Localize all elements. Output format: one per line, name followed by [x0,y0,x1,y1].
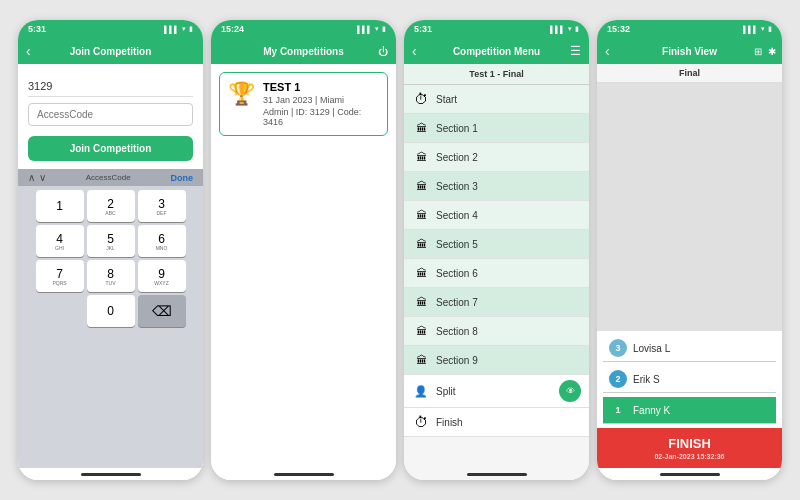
eye-button[interactable]: 👁 [559,380,581,402]
key-2[interactable]: 2ABC [87,190,135,222]
menu-label-split: Split [436,386,455,397]
key-empty [36,295,84,327]
join-competition-button[interactable]: Join Competition [28,136,193,161]
menu-label-section2: Section 2 [436,152,478,163]
key-6[interactable]: 6MNO [138,225,186,257]
menu-item-finish[interactable]: ⏱ Finish [404,408,589,437]
menu-label-section5: Section 5 [436,239,478,250]
key-8[interactable]: 8TUV [87,260,135,292]
section8-icon: 🏛 [412,322,430,340]
home-bar-3 [467,473,527,476]
competition-name: TEST 1 [263,81,379,93]
nav-title-4: Finish View [662,46,717,57]
keyboard-area: ∧ ∨ AccessCode Done 1 2ABC 3DEF 4GHI 5JK… [18,169,203,468]
back-button-4[interactable]: ‹ [605,43,610,59]
key-1[interactable]: 1 [36,190,84,222]
menu-item-section5[interactable]: 🏛 Section 5 [404,230,589,259]
status-bar-2: 15:24 ▌▌▌ ▾ ▮ [211,20,396,38]
key-3[interactable]: 3DEF [138,190,186,222]
finish-timestamp: 02-Jan-2023 15:32:36 [605,453,774,460]
arrow-up-icon[interactable]: ∧ [28,172,35,183]
split-icon: 👤 [412,382,430,400]
menu-item-split[interactable]: 👤 Split 👁 [404,375,589,408]
finish-section-header: Final [597,64,782,83]
status-time-4: 15:32 [607,24,630,34]
back-button-3[interactable]: ‹ [412,43,417,59]
competition-info: TEST 1 31 Jan 2023 | Miami Admin | ID: 3… [263,81,379,127]
arrow-down-icon[interactable]: ∨ [39,172,46,183]
rank-2-badge: 2 [609,370,627,388]
phone4-finish-view: 15:32 ▌▌▌ ▾ ▮ ‹ Finish View ⊞ ✱ Final 3 … [597,20,782,480]
grid-icon[interactable]: ⊞ [754,46,762,57]
home-indicator-1 [18,468,203,480]
nav-title-2: My Competitions [263,46,344,57]
access-code-input[interactable] [28,103,193,126]
key-row-1: 1 2ABC 3DEF [21,190,200,222]
finish-btn-label: FINISH [668,436,711,451]
menu-item-section2[interactable]: 🏛 Section 2 [404,143,589,172]
battery-icon-2: ▮ [382,25,386,33]
back-button-1[interactable]: ‹ [26,43,31,59]
nav-title-1: Join Competition [70,46,152,57]
keyboard-arrows[interactable]: ∧ ∨ [28,172,46,183]
menu-label-section7: Section 7 [436,297,478,308]
section4-icon: 🏛 [412,206,430,224]
phone2-my-competitions: 15:24 ▌▌▌ ▾ ▮ My Competitions ⏻ 🏆 TEST 1… [211,20,396,480]
key-row-4: 0 ⌫ [21,295,200,327]
status-bar-1: 5:31 ▌▌▌ ▾ ▮ [18,20,203,38]
home-bar-2 [274,473,334,476]
podium-item-1st: 1 Fanny K [603,397,776,424]
menu-item-section1[interactable]: 🏛 Section 1 [404,114,589,143]
menu-label-section6: Section 6 [436,268,478,279]
menu-label-section4: Section 4 [436,210,478,221]
key-5[interactable]: 5JKL [87,225,135,257]
phone3-body: Test 1 - Final ⏱ Start 🏛 Section 1 🏛 Sec… [404,64,589,468]
battery-icon-3: ▮ [575,25,579,33]
menu-item-section7[interactable]: 🏛 Section 7 [404,288,589,317]
home-indicator-3 [404,468,589,480]
nav-bar-1: ‹ Join Competition [18,38,203,64]
status-time-1: 5:31 [28,24,46,34]
section5-icon: 🏛 [412,235,430,253]
nav-bar-2: My Competitions ⏻ [211,38,396,64]
competition-meta: Admin | ID: 3129 | Code: 3416 [263,107,379,127]
finish-button[interactable]: FINISH 02-Jan-2023 15:32:36 [597,428,782,468]
key-7[interactable]: 7PQRS [36,260,84,292]
menu-item-start[interactable]: ⏱ Start [404,85,589,114]
section3-icon: 🏛 [412,177,430,195]
phone1-body: 3129 Join Competition ∧ ∨ AccessCode Don… [18,64,203,468]
menu-item-section3[interactable]: 🏛 Section 3 [404,172,589,201]
podium-name-3rd: Lovisa L [633,343,670,354]
key-9[interactable]: 9WXYZ [138,260,186,292]
podium-list: 3 Lovisa L 2 Erik S 1 Fanny K [597,331,782,428]
section6-icon: 🏛 [412,264,430,282]
menu-label-section8: Section 8 [436,326,478,337]
key-0[interactable]: 0 [87,295,135,327]
podium-item-2nd: 2 Erik S [603,366,776,393]
power-icon[interactable]: ⏻ [378,46,388,57]
bluetooth-icon[interactable]: ✱ [768,46,776,57]
backspace-key[interactable]: ⌫ [138,295,186,327]
keyboard-label: AccessCode [86,173,131,182]
hamburger-icon[interactable]: ☰ [570,44,581,58]
key-4[interactable]: 4GHI [36,225,84,257]
keyboard-rows: 1 2ABC 3DEF 4GHI 5JKL 6MNO 7PQRS 8TUV 9W… [18,186,203,468]
competition-item[interactable]: 🏆 TEST 1 31 Jan 2023 | Miami Admin | ID:… [219,72,388,136]
menu-item-section9[interactable]: 🏛 Section 9 [404,346,589,375]
home-indicator-4 [597,468,782,480]
menu-item-section4[interactable]: 🏛 Section 4 [404,201,589,230]
battery-icon: ▮ [189,25,193,33]
status-icons-1: ▌▌▌ ▾ ▮ [164,25,193,33]
wifi-icon-3: ▾ [568,25,572,33]
menu-item-section8[interactable]: 🏛 Section 8 [404,317,589,346]
nav-bar-3: ‹ Competition Menu ☰ [404,38,589,64]
podium-item-3rd: 3 Lovisa L [603,335,776,362]
start-icon: ⏱ [412,90,430,108]
status-icons-3: ▌▌▌ ▾ ▮ [550,25,579,33]
key-row-3: 7PQRS 8TUV 9WXYZ [21,260,200,292]
menu-item-section6[interactable]: 🏛 Section 6 [404,259,589,288]
menu-header: Test 1 - Final [404,64,589,85]
phone1-join-competition: 5:31 ▌▌▌ ▾ ▮ ‹ Join Competition 3129 Joi… [18,20,203,480]
keyboard-done-button[interactable]: Done [170,173,193,183]
phone4-body: Final 3 Lovisa L 2 Erik S 1 Fanny K FINI… [597,64,782,468]
